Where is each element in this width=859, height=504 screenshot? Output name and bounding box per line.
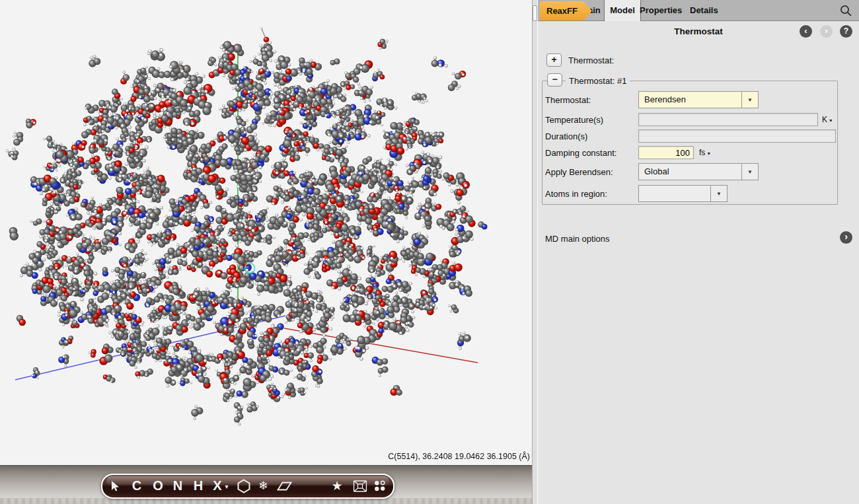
duration-label: Duration(s) — [545, 131, 587, 141]
cell-tool-icon[interactable] — [354, 480, 367, 492]
application-window: C(5514), 36.2408 19.0462 36.1905 (Å) C O… — [0, 0, 859, 504]
apply-berendsen-select-value: Global — [639, 164, 741, 180]
damping-unit-select[interactable]: fs ▾ — [699, 148, 710, 157]
md-main-options-chevron-button[interactable]: › — [840, 231, 852, 244]
settings-panel: ReaxFF Main Model Properties Details The… — [538, 0, 859, 504]
damping-constant-input[interactable] — [638, 146, 694, 159]
molecule-canvas[interactable] — [0, 0, 532, 466]
oxygen-tool-button[interactable]: O — [153, 475, 163, 497]
tab-properties[interactable]: Properties — [640, 0, 682, 21]
freeze-tool-icon[interactable]: ❄ — [258, 475, 268, 497]
temperature-unit-select[interactable]: K ▾ — [822, 115, 832, 124]
tab-details[interactable]: Details — [690, 0, 718, 21]
help-button[interactable]: ? — [840, 25, 852, 38]
atoms-in-region-select-arrow-icon[interactable]: ▼ — [710, 186, 727, 201]
duration-input[interactable] — [638, 129, 836, 143]
status-readout: C(5514), 36.2408 19.0462 36.1905 (Å) — [388, 452, 530, 461]
plane-tool-icon[interactable] — [277, 481, 293, 491]
apply-berendsen-select[interactable]: Global ▼ — [638, 163, 759, 180]
splitter-grip-icon[interactable] — [533, 5, 537, 21]
search-icon[interactable] — [839, 4, 852, 17]
collapse-thermostat-button[interactable]: − — [547, 73, 562, 87]
add-thermostat-label: Thermostat: — [568, 55, 614, 65]
tab-reaxff[interactable]: ReaxFF — [540, 1, 592, 20]
atoms-in-region-select-value — [639, 186, 710, 201]
thermostat-select-arrow-icon[interactable]: ▼ — [741, 92, 758, 108]
bottom-bar: C O N H X ▾ ❄ ★ — [0, 465, 532, 504]
temperature-label: Temperature(s) — [545, 115, 603, 125]
element-x-caret-icon[interactable]: ▾ — [225, 483, 228, 490]
apply-berendsen-label: Apply Berendsen: — [545, 167, 613, 177]
temperature-input[interactable] — [638, 113, 818, 126]
thermostat-select[interactable]: Berendsen ▼ — [638, 91, 759, 108]
builder-toolbar: C O N H X ▾ ❄ ★ — [101, 474, 394, 499]
pointer-tool-icon[interactable] — [110, 480, 120, 492]
thermostat-label: Thermostat: — [545, 95, 591, 105]
carbon-tool-button[interactable]: C — [132, 475, 141, 497]
thermostat-group-title: Thermostat: #1 — [566, 76, 630, 86]
atoms-in-region-select[interactable]: ▼ — [638, 185, 728, 202]
ring-tool-icon[interactable] — [237, 479, 250, 493]
nav-back-button[interactable]: ‹ — [800, 25, 812, 38]
tab-bar: ReaxFF Main Model Properties Details — [538, 0, 859, 21]
atoms-in-region-label: Atoms in region: — [545, 189, 607, 199]
tab-model[interactable]: Model — [605, 0, 641, 21]
add-thermostat-button[interactable]: + — [546, 54, 562, 67]
apply-berendsen-select-arrow-icon[interactable]: ▼ — [741, 164, 758, 180]
element-x-tool-button[interactable]: X — [213, 475, 221, 497]
nitrogen-tool-button[interactable]: N — [173, 475, 182, 497]
favorites-tool-icon[interactable]: ★ — [331, 475, 342, 497]
thermostat-select-value: Berendsen — [639, 92, 741, 108]
panel-splitter[interactable] — [532, 0, 538, 504]
md-main-options-link[interactable]: MD main options — [545, 234, 610, 244]
balls-tool-icon[interactable] — [373, 480, 387, 493]
nav-forward-button[interactable]: › — [820, 25, 833, 38]
damping-constant-label: Damping constant: — [545, 148, 616, 158]
temperature-unit-caret-icon: ▾ — [829, 118, 832, 124]
hydrogen-tool-button[interactable]: H — [194, 475, 203, 497]
molecule-viewport: C(5514), 36.2408 19.0462 36.1905 (Å) C O… — [0, 0, 532, 504]
damping-unit-caret-icon: ▾ — [708, 151, 710, 157]
